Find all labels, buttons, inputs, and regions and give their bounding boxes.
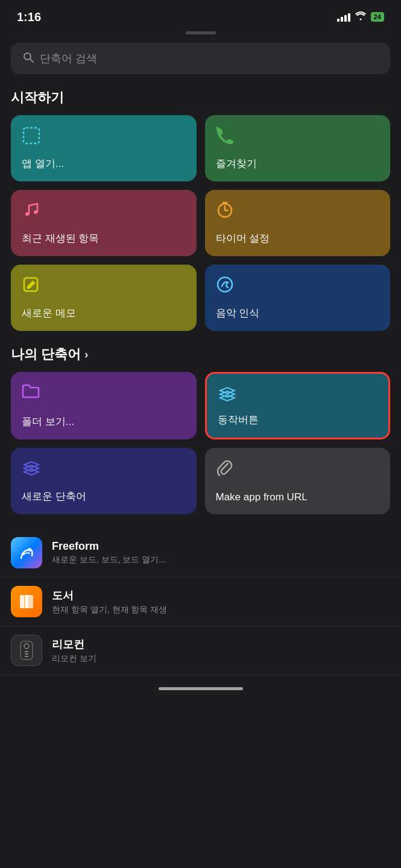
app-list: Freeform 새로운 보드, 보드, 보드 열기... 도서 현재 항목 열… (0, 529, 401, 675)
svg-line-1 (30, 58, 34, 62)
svg-rect-2 (24, 128, 39, 143)
select-icon (22, 126, 186, 149)
tile-action-button[interactable]: 동작버튼 (205, 372, 391, 439)
status-bar: 1:16 24 (0, 0, 401, 31)
my-shortcuts-grid: 폴더 보기... 동작버튼 새로운 단축어 M (0, 372, 401, 514)
chevron-right-icon: › (84, 348, 88, 361)
svg-point-3 (25, 212, 29, 216)
music-icon (22, 201, 186, 223)
tile-new-memo[interactable]: 새로운 메모 (11, 265, 197, 331)
getting-started-grid: 앱 열기... 즐겨찾기 최근 재생된 항목 (0, 115, 401, 331)
memo-icon (22, 275, 186, 298)
app-name-remote: 리모컨 (52, 637, 390, 652)
app-info-freeform: Freeform 새로운 보드, 보드, 보드 열기... (52, 540, 390, 565)
svg-rect-17 (25, 651, 28, 652)
svg-rect-19 (25, 656, 28, 657)
status-time: 1:16 (17, 10, 41, 24)
search-bar[interactable]: 단축어 검색 (11, 43, 390, 74)
app-info-books: 도서 현재 항목 열기, 현재 항목 재생 (52, 588, 390, 615)
app-desc-books: 현재 항목 열기, 현재 항목 재생 (52, 605, 390, 615)
section-my-shortcuts[interactable]: 나의 단축어 › (0, 345, 401, 363)
app-item-books[interactable]: 도서 현재 항목 열기, 현재 항목 재생 (0, 577, 401, 626)
my-shortcuts-label: 나의 단축어 (11, 345, 81, 363)
tile-new-shortcut-label: 새로운 단축어 (22, 489, 186, 503)
tile-make-app-url[interactable]: Make app from URL (205, 448, 391, 514)
svg-point-10 (218, 277, 232, 292)
tile-open-app[interactable]: 앱 열기... (11, 115, 197, 181)
svg-rect-18 (25, 653, 28, 655)
app-name-freeform: Freeform (52, 540, 390, 553)
tile-music-recognition-label: 음악 인식 (216, 306, 380, 320)
tile-recent-music[interactable]: 최근 재생된 항목 (11, 190, 197, 256)
search-icon (23, 52, 34, 66)
app-icon-freeform (11, 537, 42, 568)
tile-favorites[interactable]: 즐겨찾기 (205, 115, 391, 181)
app-item-remote[interactable]: 리모컨 리모컨 보기 (0, 626, 401, 675)
app-icon-remote (11, 635, 42, 666)
tile-new-memo-label: 새로운 메모 (22, 306, 186, 320)
tile-folder-view[interactable]: 폴더 보기... (11, 372, 197, 439)
app-item-freeform[interactable]: Freeform 새로운 보드, 보드, 보드 열기... (0, 529, 401, 577)
tile-open-app-label: 앱 열기... (22, 157, 186, 171)
tile-timer-label: 타이머 설정 (216, 231, 380, 245)
timer-icon (216, 201, 380, 223)
svg-point-4 (34, 210, 37, 214)
tile-timer[interactable]: 타이머 설정 (205, 190, 391, 256)
battery-icon: 24 (371, 12, 384, 22)
tile-make-app-url-label: Make app from URL (216, 491, 380, 503)
paperclip-icon (216, 459, 380, 481)
tile-recent-music-label: 최근 재생된 항목 (22, 231, 186, 245)
svg-point-11 (28, 548, 31, 552)
svg-rect-13 (25, 595, 33, 608)
tile-action-button-label: 동작버튼 (218, 413, 378, 427)
app-desc-freeform: 새로운 보드, 보드, 보드 열기... (52, 555, 390, 565)
app-icon-books (11, 586, 42, 617)
app-info-remote: 리모컨 리모컨 보기 (52, 637, 390, 664)
signal-icon (337, 12, 350, 22)
search-placeholder: 단축어 검색 (40, 51, 97, 66)
tile-folder-view-label: 폴더 보기... (22, 415, 186, 429)
tile-music-recognition[interactable]: 음악 인식 (205, 265, 391, 331)
phone-icon (216, 126, 380, 148)
layers2-icon (22, 459, 186, 482)
app-desc-remote: 리모컨 보기 (52, 653, 390, 664)
layers-icon (218, 385, 378, 408)
svg-point-16 (24, 644, 29, 649)
status-icons: 24 (337, 11, 384, 23)
home-indicator (159, 687, 243, 690)
sheet-handle (186, 31, 216, 34)
folder-icon (22, 383, 186, 403)
tile-favorites-label: 즐겨찾기 (216, 157, 380, 171)
shazam-icon (216, 275, 380, 298)
wifi-icon (355, 11, 367, 23)
tile-new-shortcut[interactable]: 새로운 단축어 (11, 448, 197, 514)
section-getting-started: 시작하기 (0, 89, 401, 107)
app-name-books: 도서 (52, 588, 390, 603)
